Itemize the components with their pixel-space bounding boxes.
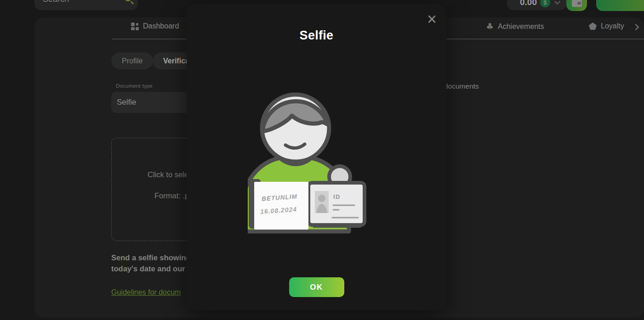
ok-button[interactable]: OK bbox=[289, 277, 344, 297]
selfie-illustration: ID BETUNLIM 16.08.2024 bbox=[248, 87, 386, 234]
modal-title: Selfie bbox=[187, 28, 446, 43]
illustration-paper: BETUNLIM 16.08.2024 bbox=[254, 182, 308, 230]
close-icon[interactable]: × bbox=[427, 11, 437, 28]
selfie-modal: × Selfie ID BETUNLIM 16.08.202 bbox=[187, 4, 446, 310]
id-card-label: ID bbox=[333, 193, 341, 200]
illustration-id-card: ID bbox=[308, 183, 365, 225]
